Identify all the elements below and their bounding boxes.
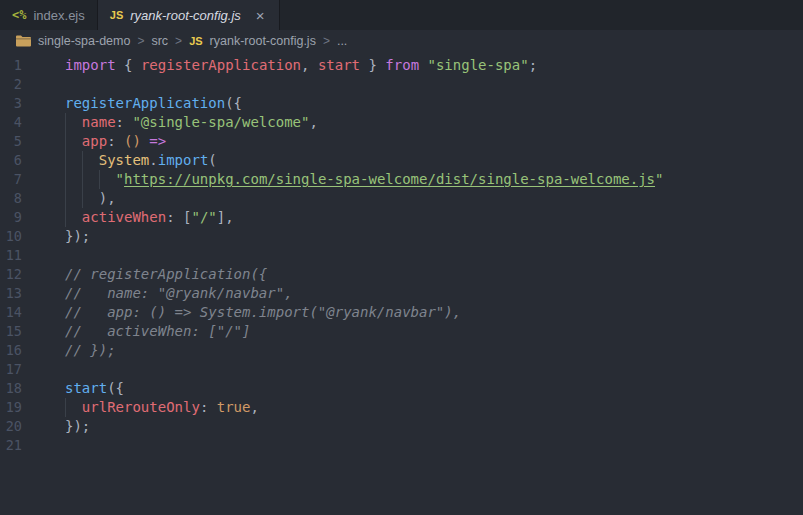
code-line-content: });: [22, 417, 90, 436]
close-tab-icon[interactable]: ×: [254, 7, 267, 24]
code-token: [65, 171, 116, 187]
code-line[interactable]: 14// app: () => System.import("@ryank/na…: [0, 303, 803, 322]
code-line-content: app: () =>: [22, 132, 166, 151]
folder-icon: [16, 35, 31, 47]
line-number[interactable]: 14: [0, 303, 22, 322]
code-line[interactable]: 15// activeWhen: ["/"]: [0, 322, 803, 341]
code-token: start: [318, 57, 360, 73]
code-line[interactable]: 17: [0, 360, 803, 379]
tab-label: index.ejs: [33, 8, 84, 23]
tab-bar: <% index.ejs JS ryank-root-config.js ×: [0, 0, 803, 30]
code-line[interactable]: 6 System.import(: [0, 151, 803, 170]
code-token: ": [116, 171, 124, 187]
code-token: // app: () => System.import("@ryank/navb…: [65, 304, 461, 320]
code-token: ({: [225, 95, 242, 111]
chevron-right-icon: >: [137, 34, 144, 48]
code-line[interactable]: 20});: [0, 417, 803, 436]
code-token: ],: [217, 209, 234, 225]
code-token: // registerApplication({: [65, 266, 267, 282]
line-number[interactable]: 17: [0, 360, 22, 379]
code-line[interactable]: 4 name: "@single-spa/welcome",: [0, 113, 803, 132]
code-line[interactable]: 2: [0, 75, 803, 94]
code-token: (): [124, 133, 141, 149]
code-token: :: [116, 114, 133, 130]
indent-guide: [65, 132, 66, 151]
line-number[interactable]: 6: [0, 151, 22, 170]
breadcrumb-item-file[interactable]: ryank-root-config.js: [210, 34, 316, 48]
code-line[interactable]: 21: [0, 436, 803, 455]
breadcrumb-item-symbol[interactable]: ...: [337, 34, 347, 48]
line-number[interactable]: 20: [0, 417, 22, 436]
code-line-content: // });: [22, 341, 116, 360]
code-token: (: [208, 152, 216, 168]
line-number[interactable]: 5: [0, 132, 22, 151]
line-number[interactable]: 4: [0, 113, 22, 132]
line-number[interactable]: 9: [0, 208, 22, 227]
line-number[interactable]: 13: [0, 284, 22, 303]
tab-index-ejs[interactable]: <% index.ejs: [0, 0, 98, 30]
code-line-content: [22, 436, 65, 455]
code-area[interactable]: 1import { registerApplication, start } f…: [0, 52, 803, 515]
tab-label: ryank-root-config.js: [130, 8, 241, 23]
code-line[interactable]: 7 "https://unpkg.com/single-spa-welcome/…: [0, 170, 803, 189]
code-token: "/": [191, 209, 216, 225]
code-line[interactable]: 16// });: [0, 341, 803, 360]
tab-ryank-root-config[interactable]: JS ryank-root-config.js ×: [98, 0, 280, 30]
line-number[interactable]: 3: [0, 94, 22, 113]
code-token: ,: [250, 399, 258, 415]
line-number[interactable]: 2: [0, 75, 22, 94]
code-line-content: // registerApplication({: [22, 265, 267, 284]
line-number[interactable]: 21: [0, 436, 22, 455]
code-line-content: [22, 75, 65, 94]
code-token: ({: [107, 380, 124, 396]
line-number[interactable]: 7: [0, 170, 22, 189]
line-number[interactable]: 11: [0, 246, 22, 265]
line-number[interactable]: 12: [0, 265, 22, 284]
code-line[interactable]: 13// name: "@ryank/navbar",: [0, 284, 803, 303]
code-line-content: // activeWhen: ["/"]: [22, 322, 250, 341]
code-token: =>: [149, 133, 166, 149]
breadcrumb-item-project[interactable]: single-spa-demo: [38, 34, 130, 48]
code-line-content: urlRerouteOnly: true,: [22, 398, 259, 417]
code-line[interactable]: 10});: [0, 227, 803, 246]
line-number[interactable]: 18: [0, 379, 22, 398]
code-token: [65, 399, 82, 415]
code-token: });: [65, 418, 90, 434]
code-token: ;: [529, 57, 537, 73]
code-line[interactable]: 9 activeWhen: ["/"],: [0, 208, 803, 227]
code-line[interactable]: 3registerApplication({: [0, 94, 803, 113]
code-line[interactable]: 19 urlRerouteOnly: true,: [0, 398, 803, 417]
indent-guide: [65, 398, 66, 417]
code-token: :: [107, 133, 124, 149]
code-token: ),: [65, 190, 116, 206]
code-token: });: [65, 228, 90, 244]
line-number[interactable]: 15: [0, 322, 22, 341]
breadcrumb-item-src[interactable]: src: [151, 34, 168, 48]
chevron-right-icon: >: [175, 34, 182, 48]
code-line-content: });: [22, 227, 90, 246]
code-line[interactable]: 18start({: [0, 379, 803, 398]
code-token: app: [82, 133, 107, 149]
code-token: registerApplication: [141, 57, 301, 73]
code-token: https://unpkg.com/single-spa-welcome/dis…: [124, 171, 655, 187]
indent-guide: [82, 151, 83, 170]
line-number[interactable]: 10: [0, 227, 22, 246]
line-number[interactable]: 19: [0, 398, 22, 417]
code-token: name: [82, 114, 116, 130]
line-number[interactable]: 8: [0, 189, 22, 208]
code-token: }: [360, 57, 385, 73]
code-line[interactable]: 1import { registerApplication, start } f…: [0, 56, 803, 75]
code-line[interactable]: 8 ),: [0, 189, 803, 208]
indent-guide: [65, 151, 66, 170]
line-number[interactable]: 16: [0, 341, 22, 360]
js-file-icon: JS: [110, 9, 123, 21]
code-line[interactable]: 5 app: () =>: [0, 132, 803, 151]
code-token: urlRerouteOnly: [82, 399, 200, 415]
code-line[interactable]: 11: [0, 246, 803, 265]
code-token: ": [655, 171, 663, 187]
ejs-file-icon: <%: [12, 8, 26, 22]
line-number[interactable]: 1: [0, 56, 22, 75]
breadcrumb: single-spa-demo > src > JS ryank-root-co…: [0, 30, 803, 52]
code-line-content: "https://unpkg.com/single-spa-welcome/di…: [22, 170, 663, 189]
code-line[interactable]: 12// registerApplication({: [0, 265, 803, 284]
